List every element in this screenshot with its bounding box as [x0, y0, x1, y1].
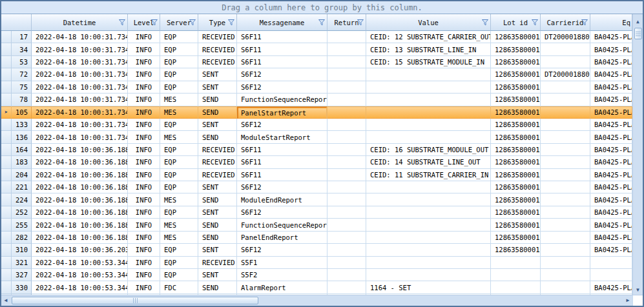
cell-lotid[interactable]: 12863580001B — [491, 43, 541, 55]
cell-type[interactable]: RECEVIED — [198, 257, 237, 269]
cell-message[interactable]: S6F12 — [237, 81, 327, 94]
cell-carrierid[interactable] — [541, 232, 590, 244]
cell-carrierid[interactable]: DT200001880 — [541, 68, 590, 81]
cell-eq[interactable]: BA0425-PLA — [590, 232, 632, 244]
cell-type[interactable]: SENT — [198, 206, 237, 219]
cell-type[interactable]: SENT — [198, 269, 237, 281]
filter-icon[interactable] — [318, 19, 325, 26]
cell-eq[interactable]: BA0425-PLA — [590, 56, 632, 68]
cell-lotid[interactable]: 12863580001B — [491, 94, 541, 106]
cell-lotid[interactable]: 12863580001B — [491, 68, 541, 81]
cell-datetime[interactable]: 2022-04-18 10:00:36.188 — [32, 181, 128, 193]
cell-level[interactable]: INFO — [128, 269, 160, 281]
cell-level[interactable]: INFO — [128, 219, 160, 231]
cell-server[interactable]: MES — [160, 131, 198, 143]
cell-server[interactable]: EQP — [160, 244, 198, 256]
cell-datetime[interactable]: 2022-04-18 10:00:36.188 — [32, 144, 128, 156]
cell-datetime[interactable]: 2022-04-18 10:00:36.188 — [32, 193, 128, 206]
cell-value[interactable] — [366, 269, 491, 281]
cell-level[interactable]: INFO — [128, 206, 160, 219]
cell-level[interactable]: INFO — [128, 56, 160, 68]
table-row-282[interactable]: 2822022-04-18 10:00:36.188INFOMESSENDPan… — [1, 232, 632, 244]
cell-datetime[interactable]: 2022-04-18 10:00:31.734 — [32, 68, 128, 81]
cell-server[interactable]: EQP — [160, 144, 198, 156]
cell-return[interactable] — [327, 56, 366, 68]
cell-eq[interactable] — [590, 257, 632, 269]
cell-carrierid[interactable] — [541, 281, 590, 293]
cell-message[interactable]: ModuleEndReport — [237, 193, 327, 206]
cell-carrierid[interactable] — [541, 131, 590, 143]
cell-carrierid[interactable] — [541, 94, 590, 106]
cell-message[interactable]: S6F12 — [237, 181, 327, 193]
cell-datetime[interactable]: 2022-04-18 10:00:36.203 — [32, 244, 128, 256]
cell-lotid[interactable]: 12863580001B — [491, 181, 541, 193]
table-row-310[interactable]: 3102022-04-18 10:00:36.203INFOEQPSENTS6F… — [1, 244, 632, 256]
vertical-scrollbar[interactable]: ▲ ▼ — [632, 14, 643, 295]
filter-icon[interactable] — [357, 19, 364, 26]
cell-value[interactable]: CEID: 13 SUBSTRATE_LINE_IN — [366, 43, 491, 55]
cell-value[interactable] — [366, 68, 491, 81]
cell-eq[interactable]: BA0425-PLA — [590, 206, 632, 219]
cell-eq[interactable]: BA0425-PLA — [590, 119, 632, 131]
cell-server[interactable]: MES — [160, 219, 198, 231]
cell-datetime[interactable]: 2022-04-18 10:00:36.188 — [32, 156, 128, 168]
column-header-carrierid[interactable]: Carrierid — [541, 14, 590, 31]
cell-eq[interactable] — [590, 269, 632, 281]
cell-message[interactable]: S5F2 — [237, 269, 327, 281]
cell-lotid[interactable]: 12863580001B — [491, 81, 541, 94]
cell-server[interactable]: EQP — [160, 68, 198, 81]
cell-return[interactable] — [327, 244, 366, 256]
cell-datetime[interactable]: 2022-04-18 10:00:31.734 — [32, 81, 128, 94]
cell-carrierid[interactable] — [541, 206, 590, 219]
cell-lotid[interactable]: 12863580001B — [491, 56, 541, 68]
cell-type[interactable]: SEND — [198, 131, 237, 143]
cell-message[interactable]: AlarmReport — [237, 281, 327, 293]
cell-carrierid[interactable]: DT200001880 — [541, 31, 590, 43]
cell-server[interactable]: EQP — [160, 43, 198, 55]
column-header-lotid[interactable]: Lot id — [491, 14, 541, 31]
cell-return[interactable] — [327, 257, 366, 269]
filter-icon[interactable] — [482, 19, 488, 26]
cell-value[interactable] — [366, 131, 491, 143]
cell-type[interactable]: SENT — [198, 68, 237, 81]
cell-carrierid[interactable] — [541, 269, 590, 281]
cell-server[interactable]: EQP — [160, 169, 198, 181]
table-row-255[interactable]: 2552022-04-18 10:00:36.188INFOMESSENDFun… — [1, 219, 632, 231]
cell-message[interactable]: ModuleStartReport — [237, 131, 327, 143]
cell-eq[interactable]: BA0425-PLA — [590, 43, 632, 55]
cell-server[interactable]: EQP — [160, 206, 198, 219]
cell-carrierid[interactable] — [541, 169, 590, 181]
cell-lotid[interactable] — [491, 257, 541, 269]
cell-lotid[interactable]: 12863580001B — [491, 244, 541, 256]
cell-type[interactable]: RECEVIED — [198, 169, 237, 181]
cell-level[interactable]: INFO — [128, 43, 160, 55]
cell-eq[interactable]: BA0425-PLA — [590, 156, 632, 168]
cell-datetime[interactable]: 2022-04-18 10:00:31.734 — [32, 56, 128, 68]
cell-type[interactable]: SENT — [198, 244, 237, 256]
table-row-252[interactable]: 2522022-04-18 10:00:36.188INFOEQPSENTS6F… — [1, 206, 632, 219]
cell-type[interactable]: SEND — [198, 219, 237, 231]
cell-type[interactable]: SEND — [198, 232, 237, 244]
cell-lotid[interactable]: 12863580001B — [491, 232, 541, 244]
cell-datetime[interactable]: 2022-04-18 10:00:36.188 — [32, 169, 128, 181]
cell-type[interactable]: SEND — [198, 193, 237, 206]
cell-level[interactable]: INFO — [128, 156, 160, 168]
filter-icon[interactable] — [189, 19, 196, 26]
cell-eq[interactable]: BA0425-PLA — [590, 131, 632, 143]
cell-eq[interactable]: BA0425-PLA — [590, 68, 632, 81]
cell-level[interactable]: INFO — [128, 81, 160, 94]
cell-eq[interactable]: BA0425-PLA — [590, 219, 632, 231]
table-row-221[interactable]: 2212022-04-18 10:00:36.188INFOEQPSENTS6F… — [1, 181, 632, 193]
column-header-datetime[interactable]: Datetime — [32, 14, 128, 31]
group-by-panel[interactable]: Drag a column here to group by this colu… — [1, 1, 643, 14]
cell-message[interactable]: PanelEndReport — [237, 232, 327, 244]
cell-value[interactable] — [366, 206, 491, 219]
filter-icon[interactable] — [532, 19, 538, 26]
cell-return[interactable] — [327, 232, 366, 244]
cell-message[interactable]: S6F11 — [237, 56, 327, 68]
cell-level[interactable]: INFO — [128, 169, 160, 181]
cell-server[interactable]: FDC — [160, 281, 198, 293]
cell-server[interactable]: EQP — [160, 119, 198, 131]
cell-carrierid[interactable] — [541, 43, 590, 55]
table-row-204[interactable]: 2042022-04-18 10:00:36.188INFOEQPRECEVIE… — [1, 169, 632, 181]
